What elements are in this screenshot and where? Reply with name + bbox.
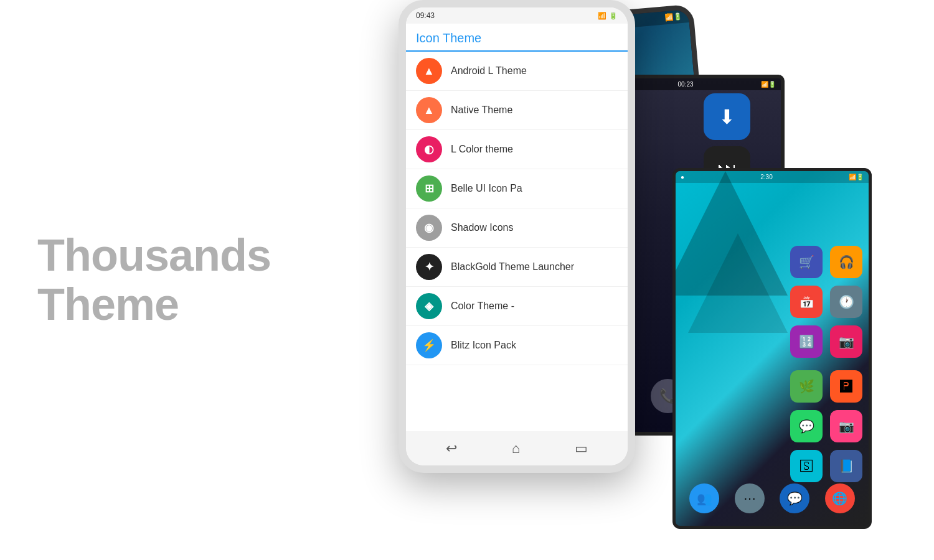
headphone-app-icon[interactable]: 🎧 — [830, 246, 862, 278]
main-time: 09:43 — [416, 11, 435, 20]
pocket-icon[interactable]: 🅿 — [830, 370, 862, 403]
native-theme-icon: ▲ — [416, 97, 442, 123]
teal-icons-grid-bottom: 🌿 🅿 💬 📷 🅂 📘 — [790, 370, 862, 482]
app-list-title: Icon Theme — [416, 31, 481, 45]
app-list: Icon Theme ▲ Android L Theme ▲ Native Th… — [406, 24, 628, 432]
app-list-header: Icon Theme — [406, 24, 628, 52]
teal-triangle2 — [688, 233, 788, 333]
shadow-icon: ◉ — [416, 215, 442, 241]
blitz-icon: ⚡ — [416, 332, 442, 358]
colorthemedl-label: Color Theme - — [451, 301, 514, 312]
battery-icon: 🔋 — [609, 12, 618, 20]
phone-main-statusbar: 09:43 📶 🔋 — [406, 7, 628, 24]
calc-app-icon[interactable]: 🔢 — [790, 325, 823, 358]
android-theme-icon: ▲ — [416, 58, 442, 84]
phone-main-inner: 09:43 📶 🔋 Icon Theme ▲ Android L Theme ▲… — [406, 7, 628, 465]
apps-dock-icon[interactable]: ⋯ — [735, 483, 765, 513]
belle-label: Belle UI Icon Pa — [451, 183, 522, 194]
chrome-dock-icon[interactable]: 🌐 — [825, 483, 855, 513]
instagram-icon[interactable]: 📷 — [830, 410, 862, 442]
wifi-icon: 📶 — [598, 12, 606, 20]
facebook-icon[interactable]: 📘 — [830, 450, 862, 482]
camera-app-icon[interactable]: 📷 — [830, 325, 862, 358]
back-nav-icon[interactable]: ↩ — [446, 441, 457, 457]
list-item[interactable]: ✦ BlackGold Theme Launcher — [406, 248, 628, 287]
middle-time: 00:23 — [678, 81, 694, 88]
teal-icons: 📶🔋 — [849, 174, 864, 180]
skype-icon[interactable]: 🅂 — [790, 450, 823, 482]
menu-nav-icon[interactable]: ▭ — [575, 441, 588, 457]
blackgold-label: BlackGold Theme Launcher — [451, 261, 574, 273]
back-left-icons: 📶🔋 — [665, 12, 683, 22]
home-nav-icon[interactable]: ⌂ — [512, 441, 520, 457]
list-item[interactable]: ▲ Android L Theme — [406, 52, 628, 91]
store-icon[interactable]: 🛒 — [790, 246, 823, 278]
phone-main: 09:43 📶 🔋 Icon Theme ▲ Android L Theme ▲… — [399, 0, 635, 473]
main-title: Thousands Theme — [37, 231, 349, 329]
phones-area: ● 00:23 📶🔋 ⬇ ⏭ ⚙ 💡 📞 👤 ● 00:23 📶🔋 ▶ ⬇ — [374, 0, 934, 560]
phone-teal-screen: ● 2:30 📶🔋 🛒 🎧 📅 🕐 🔢 📷 🌿 🅿 💬 📷 🅂 � — [676, 171, 869, 526]
shadow-label: Shadow Icons — [451, 222, 514, 233]
blackgold-icon: ✦ — [416, 254, 442, 280]
teal-icons-grid-top: 🛒 🎧 📅 🕐 🔢 📷 — [790, 246, 862, 358]
calendar-icon[interactable]: 📅 — [790, 286, 823, 318]
teal-bottom-icons: 👥 ⋯ 💬 🌐 — [682, 483, 862, 513]
list-item[interactable]: ◉ Shadow Icons — [406, 208, 628, 248]
nav-bar: ↩ ⌂ ▭ — [406, 431, 628, 465]
color-theme-label: L Color theme — [451, 144, 513, 155]
belle-icon: ⊞ — [416, 175, 442, 202]
messages-dock-icon[interactable]: 💬 — [780, 483, 809, 513]
evernote-icon[interactable]: 🌿 — [790, 370, 823, 403]
android-theme-label: Android L Theme — [451, 65, 527, 77]
list-item[interactable]: ⚡ Blitz Icon Pack — [406, 326, 628, 365]
download-icon-box: ⬇ — [704, 93, 750, 140]
contacts-dock-icon[interactable]: 👥 — [689, 483, 719, 513]
phone-teal: ● 2:30 📶🔋 🛒 🎧 📅 🕐 🔢 📷 🌿 🅿 💬 📷 🅂 � — [672, 168, 872, 529]
list-item[interactable]: ◐ L Color theme — [406, 130, 628, 169]
blitz-label: Blitz Icon Pack — [451, 340, 516, 351]
color-theme-icon: ◐ — [416, 136, 442, 162]
list-item[interactable]: ◈ Color Theme - — [406, 287, 628, 326]
colorthemedl-icon: ◈ — [416, 293, 442, 319]
status-icons: 📶 🔋 — [598, 12, 618, 20]
list-item[interactable]: ⊞ Belle UI Icon Pa — [406, 169, 628, 208]
clock-icon[interactable]: 🕐 — [830, 286, 862, 318]
list-item[interactable]: ▲ Native Theme — [406, 91, 628, 130]
middle-icons: 📶🔋 — [761, 81, 776, 88]
whatsapp-icon[interactable]: 💬 — [790, 410, 823, 442]
native-theme-label: Native Theme — [451, 105, 512, 116]
left-section: Thousands Theme — [37, 231, 349, 329]
